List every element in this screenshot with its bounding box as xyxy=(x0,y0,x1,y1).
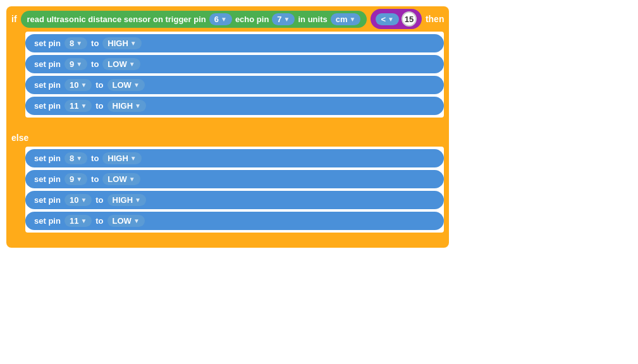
else-val-0-arrow: ▼ xyxy=(130,155,137,162)
then-to-2: to xyxy=(95,80,103,90)
else-pin-0-value: 8 xyxy=(70,154,74,163)
then-pin-1-arrow: ▼ xyxy=(76,61,82,68)
then-val-3-arrow: ▼ xyxy=(135,102,141,109)
echo-pin-arrow: ▼ xyxy=(284,16,290,23)
bottom-bar xyxy=(11,235,444,244)
else-pin-2-dropdown[interactable]: 10 ▼ xyxy=(64,194,92,206)
else-val-0-dropdown[interactable]: HIGH ▼ xyxy=(102,152,141,164)
if-header: if read ultrasonic distance sensor on tr… xyxy=(6,6,449,32)
else-pin-3-value: 11 xyxy=(70,216,78,226)
else-to-0: to xyxy=(91,154,99,163)
compare-block: < ▼ 15 xyxy=(371,9,422,29)
else-pin-1-value: 9 xyxy=(70,174,74,184)
set-pin-block-2: set pin 10 ▼ to LOW ▼ xyxy=(25,76,444,94)
then-to-3: to xyxy=(95,101,103,111)
then-pin-2-value: 10 xyxy=(70,80,78,90)
else-set-pin-label-1: set pin xyxy=(34,174,61,184)
sensor-text: read ultrasonic distance sensor on trigg… xyxy=(27,15,206,24)
operator-dropdown[interactable]: < ▼ xyxy=(376,13,399,25)
then-pin-0-arrow: ▼ xyxy=(76,40,82,47)
then-pin-1-dropdown[interactable]: 9 ▼ xyxy=(64,58,87,70)
then-val-1-dropdown[interactable]: LOW ▼ xyxy=(102,58,140,70)
then-pin-3-value: 11 xyxy=(70,101,78,111)
else-pin-block-3: set pin 11 ▼ to LOW ▼ xyxy=(25,212,444,230)
operator-arrow: ▼ xyxy=(388,16,394,23)
then-val-1-value: LOW xyxy=(107,59,126,69)
echo-pin-label: echo pin xyxy=(235,15,269,24)
then-val-3-dropdown[interactable]: HIGH ▼ xyxy=(107,100,146,112)
then-pin-0-value: 8 xyxy=(70,39,74,48)
units-value: cm xyxy=(336,15,348,24)
else-set-pin-label-0: set pin xyxy=(34,154,61,163)
compare-value: 15 xyxy=(402,11,417,27)
else-val-3-value: LOW xyxy=(113,216,132,226)
else-to-2: to xyxy=(95,195,103,205)
then-val-0-dropdown[interactable]: HIGH ▼ xyxy=(102,37,141,49)
else-pin-2-arrow: ▼ xyxy=(80,197,87,203)
else-set-pin-label-2: set pin xyxy=(34,195,61,205)
then-val-3-value: HIGH xyxy=(113,101,133,111)
else-pin-1-arrow: ▼ xyxy=(76,176,82,183)
else-pin-block-2: set pin 10 ▼ to HIGH ▼ xyxy=(25,191,444,209)
else-to-1: to xyxy=(91,174,99,184)
then-pin-2-dropdown[interactable]: 10 ▼ xyxy=(64,79,92,91)
else-val-1-value: LOW xyxy=(107,174,126,184)
then-val-2-arrow: ▼ xyxy=(133,82,140,88)
operator-value: < xyxy=(381,15,386,24)
echo-pin-value: 7 xyxy=(277,15,281,24)
else-label: else xyxy=(11,133,28,143)
then-pin-3-dropdown[interactable]: 11 ▼ xyxy=(64,100,92,112)
else-val-0-value: HIGH xyxy=(107,154,128,163)
else-val-2-dropdown[interactable]: HIGH ▼ xyxy=(107,194,146,206)
set-pin-block-0: set pin 8 ▼ to HIGH ▼ xyxy=(25,34,444,52)
else-val-2-arrow: ▼ xyxy=(135,197,141,203)
else-pin-block-1: set pin 9 ▼ to LOW ▼ xyxy=(25,170,444,188)
else-val-3-arrow: ▼ xyxy=(133,217,140,224)
then-label: then xyxy=(426,14,445,24)
else-val-2-value: HIGH xyxy=(113,195,133,205)
else-val-3-dropdown[interactable]: LOW ▼ xyxy=(107,215,145,227)
else-pin-block-0: set pin 8 ▼ to HIGH ▼ xyxy=(25,149,444,167)
trigger-pin-arrow: ▼ xyxy=(221,16,227,23)
else-pin-0-dropdown[interactable]: 8 ▼ xyxy=(64,152,87,164)
workspace: if read ultrasonic distance sensor on tr… xyxy=(0,0,638,364)
then-val-0-value: HIGH xyxy=(107,39,128,48)
then-to-1: to xyxy=(91,59,99,69)
echo-pin-dropdown[interactable]: 7 ▼ xyxy=(272,13,295,25)
set-pin-label-2: set pin xyxy=(34,80,61,90)
else-to-3: to xyxy=(95,216,103,226)
else-val-1-arrow: ▼ xyxy=(129,176,135,183)
sensor-block: read ultrasonic distance sensor on trigg… xyxy=(21,11,367,28)
else-body: set pin 8 ▼ to HIGH ▼ set pin 9 ▼ to xyxy=(25,147,444,233)
then-val-2-dropdown[interactable]: LOW ▼ xyxy=(107,79,145,91)
else-pin-3-dropdown[interactable]: 11 ▼ xyxy=(64,215,92,227)
else-pin-1-dropdown[interactable]: 9 ▼ xyxy=(64,173,87,185)
then-val-2-value: LOW xyxy=(113,80,132,90)
then-to-0: to xyxy=(91,39,99,48)
then-body: set pin 8 ▼ to HIGH ▼ set pin 9 ▼ to xyxy=(25,32,444,118)
else-pin-2-value: 10 xyxy=(70,195,78,205)
in-units-label: in units xyxy=(298,15,327,24)
trigger-pin-value: 6 xyxy=(214,15,219,24)
then-val-0-arrow: ▼ xyxy=(130,40,137,47)
if-label: if xyxy=(11,14,17,24)
if-block: if read ultrasonic distance sensor on tr… xyxy=(6,6,449,248)
else-set-pin-label-3: set pin xyxy=(34,216,61,226)
then-pin-2-arrow: ▼ xyxy=(80,82,87,88)
then-pin-0-dropdown[interactable]: 8 ▼ xyxy=(64,37,87,49)
set-pin-label-0: set pin xyxy=(34,39,61,48)
units-arrow: ▼ xyxy=(350,16,356,23)
else-pin-3-arrow: ▼ xyxy=(80,217,87,224)
else-val-1-dropdown[interactable]: LOW ▼ xyxy=(102,173,140,185)
else-pin-0-arrow: ▼ xyxy=(76,155,82,162)
then-val-1-arrow: ▼ xyxy=(129,61,135,68)
set-pin-label-3: set pin xyxy=(34,101,61,111)
set-pin-block-3: set pin 11 ▼ to HIGH ▼ xyxy=(25,97,444,115)
then-pin-3-arrow: ▼ xyxy=(80,102,87,109)
trigger-pin-dropdown[interactable]: 6 ▼ xyxy=(209,13,232,25)
else-label-row: else xyxy=(6,129,449,147)
set-pin-label-1: set pin xyxy=(34,59,61,69)
units-dropdown[interactable]: cm ▼ xyxy=(331,13,361,25)
set-pin-block-1: set pin 9 ▼ to LOW ▼ xyxy=(25,55,444,73)
then-pin-1-value: 9 xyxy=(70,59,74,69)
